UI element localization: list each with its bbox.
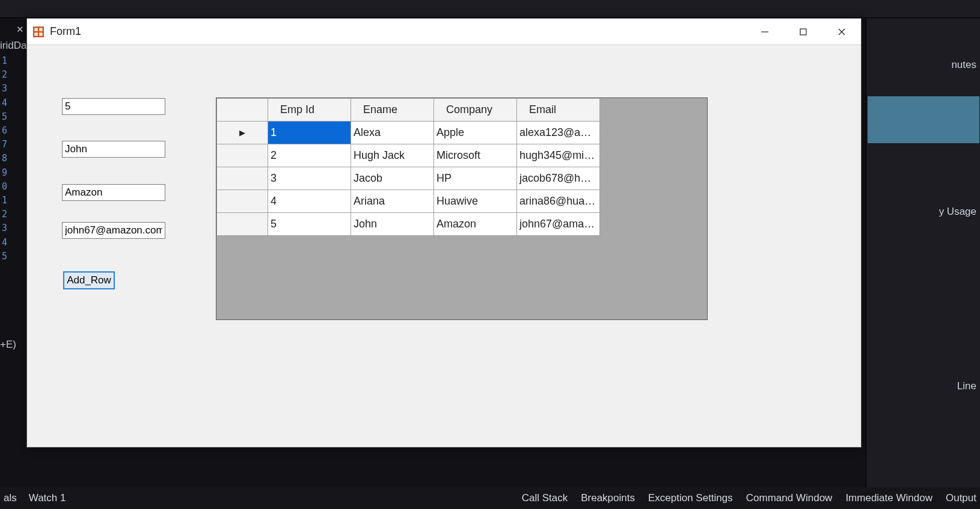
table-row[interactable]: 3JacobHPjacob678@hp.io xyxy=(217,167,600,190)
grid-header-company[interactable]: Company xyxy=(434,99,517,122)
close-icon[interactable]: ✕ xyxy=(16,24,24,35)
table-row[interactable]: 4ArianaHuawivearina86@huawei... xyxy=(217,190,600,213)
row-header[interactable] xyxy=(217,190,268,213)
line-number: 5 xyxy=(0,250,8,264)
bottom-tab[interactable]: Call Stack xyxy=(522,492,568,504)
cell-email[interactable]: alexa123@apple.io xyxy=(517,122,600,144)
cell-email[interactable]: john67@amazon.... xyxy=(517,213,600,236)
grid-header-email[interactable]: Email xyxy=(517,99,600,122)
ide-line-gutter: 123456789012345 xyxy=(0,54,8,264)
line-number: 3 xyxy=(0,221,8,235)
row-header[interactable]: ▶ xyxy=(217,122,268,144)
line-number: 0 xyxy=(0,180,8,194)
bottom-tab[interactable]: Output xyxy=(946,492,976,504)
cell-company[interactable]: Microsoft xyxy=(434,144,517,167)
row-header[interactable] xyxy=(217,213,268,236)
line-number: 8 xyxy=(0,152,8,165)
table-row[interactable]: 2Hugh JackMicrosofthugh345@micros... xyxy=(217,144,600,167)
ide-tab-fragment: iridDa xyxy=(0,40,26,52)
form-body: Add_Row Emp Id Ename Company Email ▶1Ale… xyxy=(27,45,861,447)
line-number: 2 xyxy=(0,68,8,82)
bottom-tab[interactable]: als xyxy=(4,492,17,504)
line-number: 4 xyxy=(0,96,8,110)
line-number: 2 xyxy=(0,208,8,221)
email-input[interactable] xyxy=(62,222,165,239)
line-number: 5 xyxy=(0,110,8,124)
line-number: 1 xyxy=(0,194,8,208)
table-row[interactable]: ▶1AlexaApplealexa123@apple.io xyxy=(217,122,600,144)
close-button[interactable] xyxy=(822,19,861,45)
data-grid[interactable]: Emp Id Ename Company Email ▶1AlexaApplea… xyxy=(216,97,708,320)
bottom-tab[interactable]: Command Window xyxy=(746,492,833,504)
cell-empid[interactable]: 1 xyxy=(268,122,351,144)
cell-empid[interactable]: 4 xyxy=(268,190,351,213)
cell-ename[interactable]: Alexa xyxy=(351,122,434,144)
minimize-button[interactable] xyxy=(746,19,784,45)
ide-top-bar xyxy=(0,0,980,18)
cell-email[interactable]: hugh345@micros... xyxy=(517,144,600,167)
svg-rect-3 xyxy=(34,32,38,36)
grid-header-empid[interactable]: Emp Id xyxy=(268,99,351,122)
right-panel-fragment: y Usage xyxy=(939,206,976,218)
line-number: 4 xyxy=(0,236,8,250)
ide-bottom-bar: als Watch 1 Call Stack Breakpoints Excep… xyxy=(0,487,980,509)
cell-email[interactable]: jacob678@hp.io xyxy=(517,167,600,190)
app-icon xyxy=(33,26,44,37)
cell-company[interactable]: Apple xyxy=(434,122,517,144)
right-panel-fragment: Line xyxy=(957,380,976,392)
cell-ename[interactable]: Hugh Jack xyxy=(351,144,434,167)
bottom-tab[interactable]: Immediate Window xyxy=(845,492,933,504)
cell-ename[interactable]: John xyxy=(351,213,434,236)
cell-empid[interactable]: 3 xyxy=(268,167,351,190)
cell-company[interactable]: Huawive xyxy=(434,190,517,213)
line-number: 3 xyxy=(0,82,8,96)
table-row[interactable]: 5JohnAmazonjohn67@amazon.... xyxy=(217,213,600,236)
grid-header-ename[interactable]: Ename xyxy=(351,99,434,122)
bottom-tab[interactable]: Exception Settings xyxy=(648,492,733,504)
line-number: 6 xyxy=(0,124,8,138)
window-title: Form1 xyxy=(50,25,81,38)
titlebar[interactable]: Form1 xyxy=(27,19,861,45)
cell-empid[interactable]: 5 xyxy=(268,213,351,236)
line-number: 1 xyxy=(0,54,8,68)
cell-email[interactable]: arina86@huawei... xyxy=(517,190,600,213)
svg-rect-2 xyxy=(39,28,43,31)
line-number: 7 xyxy=(0,138,8,152)
ide-right-panel: nutes y Usage Line xyxy=(866,18,980,487)
grid-corner[interactable] xyxy=(217,99,268,122)
ide-shortcut-fragment: +E) xyxy=(0,339,16,351)
svg-rect-4 xyxy=(39,32,43,36)
bottom-tab[interactable]: Watch 1 xyxy=(29,492,66,504)
svg-rect-6 xyxy=(800,29,806,35)
form-window: Form1 Add_Row Emp Id xyxy=(26,18,862,448)
row-header[interactable] xyxy=(217,144,268,167)
row-header[interactable] xyxy=(217,167,268,190)
cell-empid[interactable]: 2 xyxy=(268,144,351,167)
right-panel-graph xyxy=(868,96,979,143)
bottom-tab[interactable]: Breakpoints xyxy=(581,492,635,504)
cell-ename[interactable]: Jacob xyxy=(351,167,434,190)
line-number: 9 xyxy=(0,166,8,180)
ename-input[interactable] xyxy=(62,141,165,158)
right-panel-fragment: nutes xyxy=(951,59,976,71)
maximize-button[interactable] xyxy=(784,19,822,45)
company-input[interactable] xyxy=(62,184,165,201)
add-row-button[interactable]: Add_Row xyxy=(63,271,115,289)
cell-company[interactable]: Amazon xyxy=(434,213,517,236)
svg-rect-1 xyxy=(34,28,38,31)
emp-id-input[interactable] xyxy=(62,98,165,115)
cell-ename[interactable]: Ariana xyxy=(351,190,434,213)
cell-company[interactable]: HP xyxy=(434,167,517,190)
